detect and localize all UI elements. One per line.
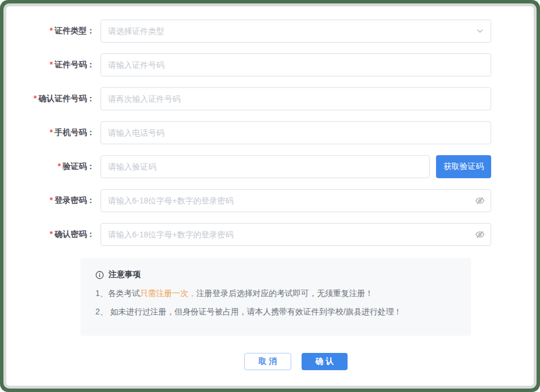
confirm-id-number-label: *确认证件号码： — [6, 94, 101, 104]
notice-line-1-highlight: 只需注册一次， — [140, 289, 196, 298]
form-row-id-type: *证件类型： — [6, 20, 534, 43]
cancel-button[interactable]: 取 消 — [244, 353, 291, 370]
phone-label: *手机号码： — [6, 128, 101, 138]
phone-input-wrap — [101, 121, 491, 144]
label-text: 手机号码： — [55, 128, 95, 137]
registration-form: *证件类型： *证件号码： *确认证件号码： — [6, 6, 534, 370]
required-asterisk: * — [50, 60, 53, 69]
form-row-confirm-password: *确认密码： — [6, 223, 534, 246]
form-actions: 取 消 确 认 — [101, 353, 491, 370]
required-asterisk: * — [58, 162, 61, 171]
notice-line-2: 2、 如未进行过注册，但身份证号被占用，请本人携带有效证件到学校/旗县进行处理！ — [95, 302, 457, 321]
label-text: 确认密码： — [55, 229, 95, 239]
captcha-input[interactable] — [101, 155, 430, 178]
id-type-select[interactable] — [101, 20, 491, 43]
required-asterisk: * — [34, 94, 37, 103]
id-type-label: *证件类型： — [6, 26, 101, 36]
password-input-wrap — [101, 189, 491, 212]
label-text: 登录密码： — [55, 195, 95, 205]
label-text: 证件类型： — [55, 26, 95, 35]
id-number-input-wrap — [101, 53, 491, 76]
get-captcha-button[interactable]: 获取验证码 — [436, 155, 491, 178]
confirm-password-input[interactable] — [101, 223, 491, 246]
required-asterisk: * — [50, 128, 53, 137]
chevron-down-icon[interactable] — [475, 26, 485, 36]
notice-title: 注意事项 — [109, 270, 141, 280]
notice-line-1: 1、各类考试只需注册一次，注册登录后选择对应的考试即可，无须重复注册！ — [95, 284, 457, 302]
form-row-password: *登录密码： — [6, 189, 534, 212]
confirm-password-input-wrap — [101, 223, 491, 246]
notice-title-row: 注意事项 — [95, 270, 457, 280]
id-number-input[interactable] — [101, 53, 491, 76]
id-type-select-input[interactable] — [101, 20, 491, 43]
password-label: *登录密码： — [6, 195, 101, 206]
confirm-button[interactable]: 确 认 — [302, 353, 348, 370]
confirm-id-number-input[interactable] — [101, 87, 491, 110]
form-row-captcha: *验证码： 获取验证码 — [6, 155, 534, 178]
label-text: 验证码： — [63, 162, 95, 171]
info-circle-icon — [95, 271, 104, 279]
required-asterisk: * — [50, 195, 53, 205]
id-number-label: *证件号码： — [6, 60, 101, 70]
notice-line-1-suffix: 注册登录后选择对应的考试即可，无须重复注册！ — [196, 289, 373, 298]
captcha-input-wrap — [101, 155, 430, 178]
notice-box: 注意事项 1、各类考试只需注册一次，注册登录后选择对应的考试即可，无须重复注册！… — [80, 258, 471, 336]
notice-line-1-prefix: 1、各类考试 — [95, 289, 140, 298]
phone-input[interactable] — [101, 121, 491, 144]
confirm-id-number-input-wrap — [101, 87, 491, 110]
eye-off-icon[interactable] — [475, 230, 485, 240]
form-row-confirm-id-number: *确认证件号码： — [6, 87, 534, 110]
captcha-label: *验证码： — [6, 162, 101, 172]
eye-off-icon[interactable] — [475, 196, 485, 206]
notice-lines: 1、各类考试只需注册一次，注册登录后选择对应的考试即可，无须重复注册！ 2、 如… — [95, 284, 457, 321]
label-text: 证件号码： — [55, 60, 95, 69]
confirm-password-label: *确认密码： — [6, 229, 101, 240]
page-background: *证件类型： *证件号码： *确认证件号码： — [0, 0, 540, 392]
required-asterisk: * — [50, 229, 53, 239]
label-text: 确认证件号码： — [38, 94, 95, 103]
password-input[interactable] — [101, 189, 491, 212]
registration-form-card: *证件类型： *证件号码： *确认证件号码： — [3, 3, 537, 389]
form-row-phone: *手机号码： — [6, 121, 534, 144]
required-asterisk: * — [50, 26, 53, 35]
form-row-id-number: *证件号码： — [6, 53, 534, 76]
